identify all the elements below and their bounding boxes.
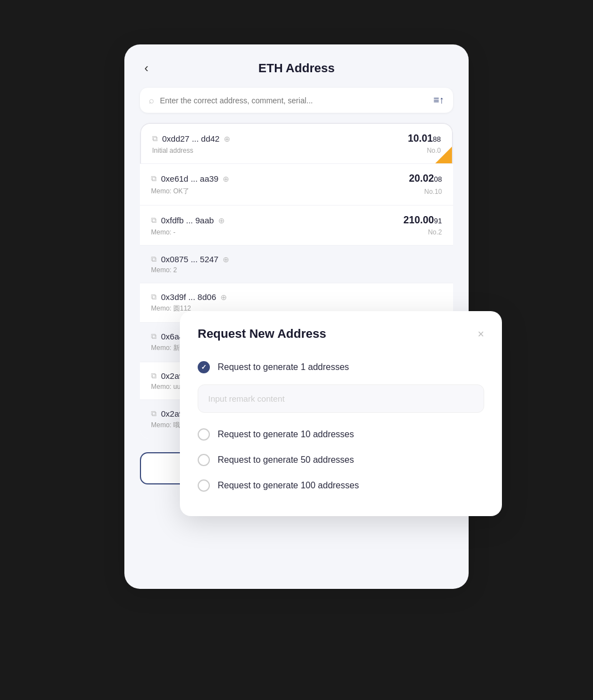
address-memo: Memo: 圆112 (151, 304, 191, 313)
radio-circle-100 (198, 479, 210, 492)
address-amount: 10.0188 (408, 133, 441, 144)
modal-close-button[interactable]: × (478, 328, 484, 339)
page-title: ETH Address (258, 61, 334, 76)
address-amount: 20.0208 (409, 173, 442, 184)
address-text: 0xe61d ... aa39 (161, 174, 218, 183)
modal-header: Request New Address × (198, 327, 484, 341)
address-memo: Memo: 新1 (151, 343, 184, 353)
search-addr-icon[interactable]: ⊕ (220, 293, 227, 302)
address-item-2[interactable]: ⧉ 0xe61d ... aa39 ⊕ 20.0208 Memo: OK了 No… (140, 164, 453, 206)
search-addr-icon[interactable]: ⊕ (223, 255, 229, 264)
address-amount: 210.0091 (403, 214, 442, 226)
remark-placeholder-text: Input remark content (208, 394, 285, 403)
radio-circle-50 (198, 454, 210, 466)
search-bar: ⌕ ≡↑ (140, 88, 453, 113)
copy-icon[interactable]: ⧉ (152, 134, 158, 143)
address-no: No.10 (424, 188, 442, 196)
search-icon: ⌕ (149, 96, 154, 106)
search-input[interactable] (160, 96, 433, 105)
address-memo: Memo: uu (151, 383, 180, 391)
address-no: No.2 (428, 228, 442, 236)
orange-corner-badge (435, 147, 452, 163)
address-text: 0xfdfb ... 9aab (161, 216, 214, 225)
radio-label-50: Request to generate 50 addresses (218, 455, 354, 465)
address-memo: Memo: OK了 (151, 187, 189, 196)
radio-option-50[interactable]: Request to generate 50 addresses (198, 447, 484, 473)
modal-title: Request New Address (198, 327, 326, 341)
radio-circle-10 (198, 428, 210, 441)
address-text: 0x0875 ... 5247 (161, 254, 218, 264)
back-button[interactable]: ‹ (140, 59, 153, 78)
address-memo: Memo: - (151, 228, 175, 236)
request-new-address-modal: Request New Address × Request to generat… (180, 311, 502, 516)
search-addr-icon[interactable]: ⊕ (223, 174, 229, 183)
radio-option-100[interactable]: Request to generate 100 addresses (198, 473, 484, 498)
search-addr-icon[interactable]: ⊕ (224, 134, 230, 143)
copy-icon[interactable]: ⧉ (151, 254, 157, 264)
filter-icon[interactable]: ≡↑ (433, 94, 444, 106)
address-text: 0x3d9f ... 8d06 (161, 292, 216, 302)
app-container: ‹ ETH Address ⌕ ≡↑ ⧉ 0xdd27 ... dd42 ⊕ (113, 44, 480, 656)
copy-icon[interactable]: ⧉ (151, 174, 157, 183)
address-item-3[interactable]: ⧉ 0xfdfb ... 9aab ⊕ 210.0091 Memo: - No.… (140, 206, 453, 246)
address-memo: Memo: 2 (151, 266, 177, 274)
radio-option-10[interactable]: Request to generate 10 addresses (198, 422, 484, 447)
radio-circle-1 (198, 361, 210, 373)
copy-icon[interactable]: ⧉ (151, 332, 157, 341)
address-item-1[interactable]: ⧉ 0xdd27 ... dd42 ⊕ 10.0188 Initial addr… (140, 123, 453, 164)
radio-label-10: Request to generate 10 addresses (218, 429, 354, 439)
copy-icon[interactable]: ⧉ (151, 292, 157, 302)
copy-icon[interactable]: ⧉ (151, 216, 157, 225)
header: ‹ ETH Address (140, 61, 453, 76)
remark-input-field[interactable]: Input remark content (198, 384, 484, 413)
radio-option-1[interactable]: Request to generate 1 addresses (198, 354, 484, 380)
search-addr-icon[interactable]: ⊕ (218, 216, 225, 225)
address-memo: Initial address (152, 147, 193, 154)
address-text: 0xdd27 ... dd42 (162, 134, 219, 143)
radio-label-1: Request to generate 1 addresses (218, 362, 349, 372)
copy-icon[interactable]: ⧉ (151, 371, 157, 381)
copy-icon[interactable]: ⧉ (151, 409, 157, 418)
radio-label-100: Request to generate 100 addresses (218, 481, 359, 491)
address-item-4[interactable]: ⧉ 0x0875 ... 5247 ⊕ Memo: 2 (140, 246, 453, 283)
